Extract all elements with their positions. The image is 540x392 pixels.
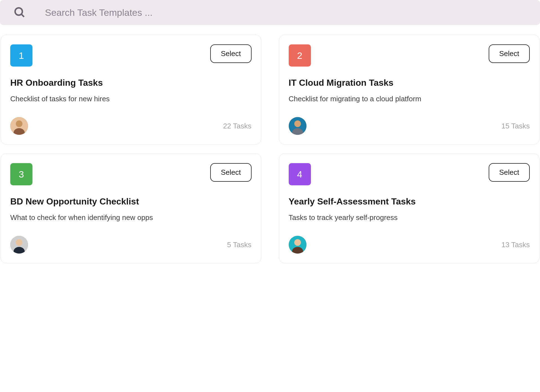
card-title: IT Cloud Migration Tasks bbox=[289, 78, 530, 88]
card-description: Tasks to track yearly self-progress bbox=[289, 213, 530, 222]
svg-point-12 bbox=[294, 239, 301, 246]
card-description: Checklist for migrating to a cloud platf… bbox=[289, 95, 530, 103]
card-header: 1 Select bbox=[10, 44, 252, 67]
task-count: 5 Tasks bbox=[227, 241, 252, 249]
card-title: HR Onboarding Tasks bbox=[10, 78, 252, 88]
avatar bbox=[10, 236, 28, 254]
select-button[interactable]: Select bbox=[489, 44, 530, 63]
template-cards-grid: 1 Select HR Onboarding Tasks Checklist o… bbox=[0, 35, 540, 263]
task-count: 22 Tasks bbox=[223, 122, 251, 130]
card-footer: 13 Tasks bbox=[289, 236, 530, 254]
task-count: 13 Tasks bbox=[501, 241, 530, 249]
search-icon bbox=[14, 7, 26, 18]
card-number-badge: 3 bbox=[10, 163, 32, 185]
avatar bbox=[10, 117, 28, 135]
card-header: 4 Select bbox=[289, 163, 530, 185]
card-footer: 22 Tasks bbox=[10, 117, 252, 135]
select-button[interactable]: Select bbox=[210, 44, 251, 63]
card-description: What to check for when identifying new o… bbox=[10, 213, 252, 222]
card-footer: 5 Tasks bbox=[10, 236, 252, 254]
template-card: 4 Select Yearly Self-Assessment Tasks Ta… bbox=[279, 153, 540, 263]
card-title: Yearly Self-Assessment Tasks bbox=[289, 196, 530, 207]
card-number-badge: 4 bbox=[289, 163, 311, 185]
search-bar bbox=[0, 0, 540, 25]
card-number-badge: 2 bbox=[289, 44, 311, 67]
avatar bbox=[289, 236, 306, 254]
select-button[interactable]: Select bbox=[210, 163, 251, 182]
svg-line-1 bbox=[22, 14, 24, 17]
template-card: 3 Select BD New Opportunity Checklist Wh… bbox=[1, 153, 261, 263]
avatar bbox=[289, 117, 306, 135]
select-button[interactable]: Select bbox=[489, 163, 530, 182]
card-description: Checklist of tasks for new hires bbox=[10, 95, 252, 103]
card-header: 2 Select bbox=[289, 44, 530, 67]
svg-point-6 bbox=[294, 120, 301, 127]
card-header: 3 Select bbox=[10, 163, 252, 185]
card-number-badge: 1 bbox=[10, 44, 32, 67]
template-card: 1 Select HR Onboarding Tasks Checklist o… bbox=[1, 35, 261, 145]
card-footer: 15 Tasks bbox=[289, 117, 530, 135]
task-count: 15 Tasks bbox=[501, 122, 530, 130]
svg-point-9 bbox=[16, 239, 22, 246]
svg-point-0 bbox=[15, 8, 22, 15]
template-card: 2 Select IT Cloud Migration Tasks Checkl… bbox=[279, 35, 540, 145]
card-title: BD New Opportunity Checklist bbox=[10, 196, 252, 207]
search-input[interactable] bbox=[45, 7, 526, 18]
svg-point-3 bbox=[16, 120, 22, 127]
